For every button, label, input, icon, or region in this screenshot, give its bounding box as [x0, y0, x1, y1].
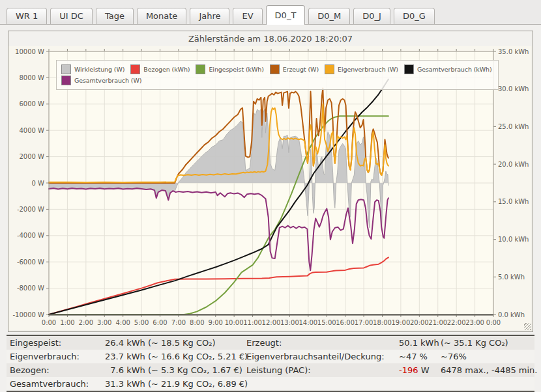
y-axis-right-label: 25.0 kWh: [498, 123, 529, 130]
y-axis-left-label: 4000 W: [19, 127, 44, 134]
table-row: Eingespeist:26.4 kWh (~ 18.5 Kg CO₂)Erze…: [7, 336, 534, 350]
legend-row-2: Gesamtverbrauch (W): [61, 76, 492, 85]
legend-swatch-icon: [61, 64, 71, 74]
summary-value-eingespeist: 26.4 kWh (~ 18.5 Kg CO₂): [99, 338, 239, 348]
x-axis-label: 9:00: [209, 319, 223, 326]
tab-jahre[interactable]: Jahre: [190, 8, 229, 24]
y-axis-left-label: 0 W: [32, 180, 45, 187]
legend-item-erzeugt: Erzeugt (W): [270, 64, 319, 74]
summary-number: 26.4: [99, 338, 124, 348]
x-axis-label: 23:00: [465, 319, 484, 326]
legend-label: Wirkleistung (W): [74, 66, 124, 73]
summary-number: 50.1 kWh: [399, 338, 439, 348]
x-axis-label: 0:00: [42, 319, 56, 326]
summary-label-leistung-pac: Leistung (PAC):: [246, 365, 399, 375]
legend-item-eigenverbrauch: Eigenverbrauch (W): [325, 64, 398, 74]
y-axis-left-label: -10000 W: [13, 311, 45, 318]
legend-swatch-icon: [325, 64, 334, 74]
tab-ui-dc[interactable]: UI DC: [50, 8, 93, 24]
y-axis-right-label: 5.0 kWh: [498, 273, 525, 281]
x-axis-label: 0:00: [486, 319, 501, 326]
legend-label: Erzeugt (W): [283, 66, 319, 73]
y-axis-left-label: -4000 W: [17, 232, 44, 239]
summary-rest: kWh (~ 16.6 Kg CO₂, 5.21 €): [124, 352, 248, 361]
x-axis-label: 17:00: [355, 319, 373, 326]
y-axis-left-label: 10000 W: [15, 48, 44, 55]
chart-title: Zählerstände am 18.06.2020 18:20:07: [8, 31, 533, 46]
tab-wr-1[interactable]: WR 1: [7, 8, 47, 24]
chart-panel: Zählerstände am 18.06.2020 18:20:07 0:00…: [8, 31, 533, 332]
x-axis-label: 22:00: [447, 319, 466, 326]
summary-label-bezogen: Bezogen:: [7, 365, 99, 375]
x-axis-label: 15:00: [317, 319, 336, 326]
y-axis-left-label: 8000 W: [19, 74, 44, 81]
x-axis-label: 19:00: [392, 319, 411, 326]
summary-number: 23.7: [99, 352, 124, 361]
summary-number: ~47 %: [399, 352, 428, 361]
y-axis-right-label: 0.0 kWh: [498, 311, 525, 318]
table-row: Eigenverbrauch:23.7 kWh (~ 16.6 Kg CO₂, …: [7, 350, 534, 363]
chart-legend: Wirkleistung (W)Bezogen (kWh)Eingespeist…: [56, 60, 499, 90]
x-axis-label: 11:00: [243, 319, 262, 326]
legend-swatch-icon: [130, 64, 140, 74]
summary-value-gesamtverbrauch: 31.3 kWh (~ 21.9 Kg CO₂, 6.89 €): [99, 379, 239, 389]
x-axis-label: 6:00: [153, 319, 167, 326]
tab-d0-j[interactable]: D0_J: [353, 8, 390, 24]
summary-value-erzeugt: 50.1 kWh: [399, 338, 441, 348]
x-axis-label: 10:00: [225, 319, 244, 326]
summary-detail-erzeugt: (~ 35.1 Kg CO₂): [441, 338, 534, 348]
y-axis-right-label: 10.0 kWh: [498, 236, 529, 243]
summary-number: 7.6: [99, 365, 124, 375]
resize-grip-icon[interactable]: [524, 323, 531, 330]
x-axis-label: 13:00: [280, 319, 299, 326]
y-axis-left-label: 2000 W: [19, 153, 44, 160]
legend-item-eingespeist: Eingespeist (kWh): [196, 64, 263, 74]
x-axis-label: 18:00: [373, 319, 392, 326]
table-row: Bezogen:7.6 kWh (~ 5.3 Kg CO₂, 1.67 €)Le…: [7, 363, 534, 377]
x-axis-label: 5:00: [134, 319, 149, 326]
legend-swatch-icon: [404, 64, 414, 74]
summary-number: 31.3: [99, 379, 124, 389]
summary-label-gesamtverbrauch: Gesamtverbrauch:: [7, 379, 99, 389]
x-axis-label: 3:00: [97, 319, 111, 326]
tab-d0-g[interactable]: D0_G: [394, 8, 435, 24]
legend-swatch-icon: [270, 64, 280, 74]
legend-label: Gesamtverbrauch (W): [74, 77, 141, 84]
solar-monitor-page: { "tabs": { "active": "D0_T", "items": […: [0, 0, 541, 392]
y-axis-right-label: 35.0 kWh: [498, 48, 529, 55]
legend-label: Gesamtverbrauch (kWh): [417, 66, 492, 73]
y-axis-right-label: 20.0 kWh: [498, 161, 529, 168]
summary-value-bezogen: 7.6 kWh (~ 5.3 Kg CO₂, 1.67 €): [99, 365, 239, 375]
x-axis-label: 14:00: [299, 319, 317, 326]
y-axis-right-label: 15.0 kWh: [498, 198, 529, 205]
summary-value-eigenverbrauchsanteil-deckung: ~47 %: [399, 352, 441, 361]
legend-label: Eigenverbrauch (W): [338, 66, 398, 73]
legend-swatch-icon: [61, 76, 71, 85]
summary-unit: W: [418, 365, 430, 375]
y-axis-right-label: 30.0 kWh: [498, 85, 529, 92]
summary-detail-eigenverbrauchsanteil-deckung: ~76%: [441, 352, 534, 361]
tab-d0-m[interactable]: D0_M: [308, 8, 350, 24]
summary-label-eingespeist: Eingespeist:: [7, 338, 99, 348]
y-axis-left-label: -2000 W: [17, 206, 44, 213]
table-row: Gesamtverbrauch:31.3 kWh (~ 21.9 Kg CO₂,…: [7, 377, 534, 391]
y-axis-left-label: 6000 W: [19, 100, 44, 107]
summary-value-eigenverbrauch: 23.7 kWh (~ 16.6 Kg CO₂, 5.21 €): [99, 352, 239, 361]
summary-table: Eingespeist:26.4 kWh (~ 18.5 Kg CO₂)Erze…: [7, 335, 534, 392]
summary-rest: kWh (~ 18.5 Kg CO₂): [124, 338, 216, 348]
tab-ev[interactable]: EV: [233, 8, 262, 24]
x-axis-label: 7:00: [171, 319, 186, 326]
summary-label-eigenverbrauch: Eigenverbrauch:: [7, 352, 99, 361]
tab-d0-t[interactable]: D0_T: [266, 5, 306, 25]
x-axis-label: 21:00: [428, 319, 447, 326]
x-axis-label: 1:00: [60, 319, 74, 326]
summary-detail-leistung-pac: 6478 max., -4485 min.: [441, 365, 538, 375]
y-axis-left-label: -8000 W: [17, 285, 44, 292]
tab-monate[interactable]: Monate: [137, 8, 186, 24]
x-axis-label: 16:00: [336, 319, 355, 326]
x-axis-label: 2:00: [79, 319, 93, 326]
x-axis-label: 4:00: [115, 319, 130, 326]
summary-value-leistung-pac: -196 W: [399, 365, 441, 375]
tab-tage[interactable]: Tage: [96, 8, 134, 24]
x-axis-label: 8:00: [190, 319, 204, 326]
